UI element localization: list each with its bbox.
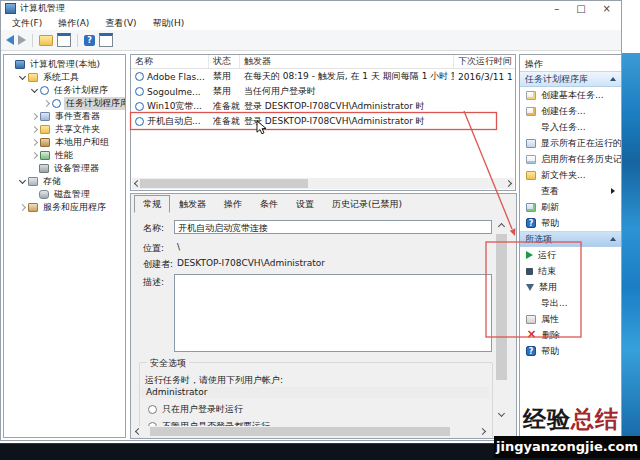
expander-down-icon[interactable]: [19, 177, 26, 184]
description-field[interactable]: [174, 274, 492, 352]
close-button[interactable]: ×: [603, 4, 611, 14]
expander-right-icon[interactable]: [19, 204, 26, 211]
tab-general[interactable]: 常规: [134, 195, 170, 213]
tab-actions[interactable]: 操作: [215, 195, 251, 213]
history-log-icon: [526, 155, 536, 164]
action-section-header-task-scheduler-library-section[interactable]: 任务计划程序库: [520, 71, 621, 87]
task-table-hscrollbar[interactable]: [132, 178, 514, 189]
task-row-adobe-flash[interactable]: Adobe Flas...禁用在每天的 08:19 - 触发后, 在 1 天 期…: [131, 69, 515, 84]
console-window-icon[interactable]: [57, 33, 71, 47]
help-icon[interactable]: ?: [84, 35, 95, 46]
console-window-icon-2[interactable]: [99, 33, 113, 47]
tab-conditions[interactable]: 条件: [251, 195, 287, 213]
action-item-end[interactable]: 结束: [520, 263, 621, 279]
scroll-right-icon[interactable]: [505, 180, 512, 187]
tree-item-computer-management-local[interactable]: 计算机管理(本地): [4, 58, 125, 71]
help-icon: ?: [526, 218, 536, 228]
task-name-field[interactable]: 开机自动启动宽带连接: [174, 220, 492, 234]
menu-action[interactable]: 操作(A): [50, 17, 97, 30]
tree-item-task-scheduler[interactable]: 任务计划程序: [4, 84, 125, 97]
hscroll-thumb[interactable]: [140, 179, 308, 188]
menu-file[interactable]: 文件(F): [4, 17, 50, 30]
doc-create-icon: [526, 107, 536, 116]
account-value: Administrator: [141, 387, 489, 398]
action-item-run[interactable]: 运行: [520, 247, 621, 263]
menu-help[interactable]: 帮助(H): [145, 17, 193, 30]
expander-down-icon[interactable]: [19, 73, 26, 80]
tab-settings[interactable]: 设置: [287, 195, 323, 213]
action-item-help-selected[interactable]: ?帮助: [520, 343, 621, 359]
collapse-icon[interactable]: [610, 77, 616, 81]
action-item-help[interactable]: ?帮助: [520, 215, 621, 231]
expander-right-icon[interactable]: [31, 152, 38, 159]
action-item-import-task[interactable]: 导入任务...: [520, 119, 621, 135]
action-item-create-basic-task[interactable]: 创建基本任务...: [520, 87, 621, 103]
tree-item-device-manager[interactable]: 设备管理器: [4, 162, 125, 175]
action-item-properties[interactable]: 属性: [520, 311, 621, 327]
action-item-show-running-tasks[interactable]: 显示所有正在运行的任务: [520, 135, 621, 151]
action-item-label: 禁用: [539, 281, 557, 294]
maximize-button[interactable]: □: [576, 4, 585, 14]
column-header-trigger[interactable]: 触发器: [240, 55, 454, 68]
expander-right-icon[interactable]: [43, 100, 50, 107]
name-label: 名称:: [143, 222, 164, 235]
radio-logged-on-label: 只在用户登录时运行: [162, 403, 243, 416]
tree-item-local-users-groups[interactable]: 本地用户和组: [4, 136, 125, 149]
action-section-header-selected-item-section[interactable]: 所选项: [520, 231, 621, 247]
icon-placeholder: [526, 299, 536, 308]
tree-item-shared-folders[interactable]: 共享文件夹: [4, 123, 125, 136]
action-item-refresh[interactable]: 刷新: [520, 199, 621, 215]
disk-icon: [39, 190, 49, 199]
menu-view[interactable]: 查看(V): [97, 17, 144, 30]
action-item-new-folder[interactable]: 新文件夹...: [520, 167, 621, 183]
tree-item-label: 本地用户和组: [53, 136, 111, 149]
action-item-export[interactable]: 导出...: [520, 295, 621, 311]
tree-item-system-tools[interactable]: 系统工具: [4, 71, 125, 84]
delete-x-glyph: ×: [526, 330, 537, 339]
column-header-name[interactable]: 名称: [131, 55, 209, 68]
expander-right-icon[interactable]: [31, 113, 38, 120]
cell-next-run: [454, 99, 515, 114]
expander-right-icon[interactable]: [31, 139, 38, 146]
minimize-button[interactable]: –: [554, 4, 559, 14]
action-item-view[interactable]: 查看: [520, 183, 621, 199]
tree-item-event-viewer[interactable]: 事件查看器: [4, 110, 125, 123]
action-item-label: 运行: [538, 249, 556, 262]
task-row-sogou-ime[interactable]: SogouIme...禁用当任何用户登录时: [131, 84, 515, 99]
task-row-win10-broadband[interactable]: Win10宽带...准备就绪登录 DESKTOP-I708CVH\Adminis…: [131, 99, 515, 114]
tree-item-performance[interactable]: 性能: [4, 149, 125, 162]
radio-logged-on[interactable]: [148, 405, 157, 414]
action-item-create-task[interactable]: 创建任务...: [520, 103, 621, 119]
details-vscrollbar[interactable]: [495, 220, 508, 420]
up-folder-icon[interactable]: [39, 35, 53, 46]
tab-triggers[interactable]: 触发器: [170, 195, 215, 213]
action-item-label: 属性: [541, 313, 559, 326]
computer-management-window: 计算机管理 – □ × 文件(F)操作(A)查看(V)帮助(H) ? 计算机管理…: [0, 0, 622, 441]
back-icon[interactable]: [6, 35, 14, 45]
action-item-delete[interactable]: ×删除: [520, 327, 621, 343]
tree-item-services-apps[interactable]: 服务和应用程序: [4, 201, 125, 214]
scroll-left-icon[interactable]: [135, 428, 142, 435]
tree-item-task-scheduler-library[interactable]: 任务计划程序库: [4, 97, 125, 110]
column-header-status[interactable]: 状态: [209, 55, 240, 68]
action-item-label: 导出...: [541, 297, 568, 310]
forward-icon[interactable]: [18, 35, 26, 45]
expander-right-icon[interactable]: [31, 126, 38, 133]
task-row-boot-autostart[interactable]: 开机自动启...准备就绪登录 DESKTOP-I708CVH\Administr…: [131, 114, 515, 129]
scroll-down-icon[interactable]: [498, 410, 505, 417]
expander-down-icon[interactable]: [31, 86, 38, 93]
tree-item-disk-management[interactable]: 磁盘管理: [4, 188, 125, 201]
cell-next-run: 2016/3/11 1: [454, 69, 515, 84]
scroll-right-icon[interactable]: [479, 428, 486, 435]
hscroll-thumb[interactable]: [150, 427, 450, 436]
task-clock-icon: [135, 72, 144, 81]
tab-history[interactable]: 历史记录(已禁用): [323, 195, 411, 213]
collapse-icon[interactable]: [610, 237, 616, 241]
vscroll-thumb[interactable]: [496, 234, 507, 380]
details-hscrollbar[interactable]: [133, 426, 488, 437]
column-header-next-run[interactable]: 下次运行时间: [454, 55, 515, 68]
tree-item-storage[interactable]: 存储: [4, 175, 125, 188]
scroll-up-icon[interactable]: [498, 223, 505, 230]
action-item-enable-task-history[interactable]: 启用所有任务历史记录: [520, 151, 621, 167]
action-item-disable[interactable]: 禁用: [520, 279, 621, 295]
